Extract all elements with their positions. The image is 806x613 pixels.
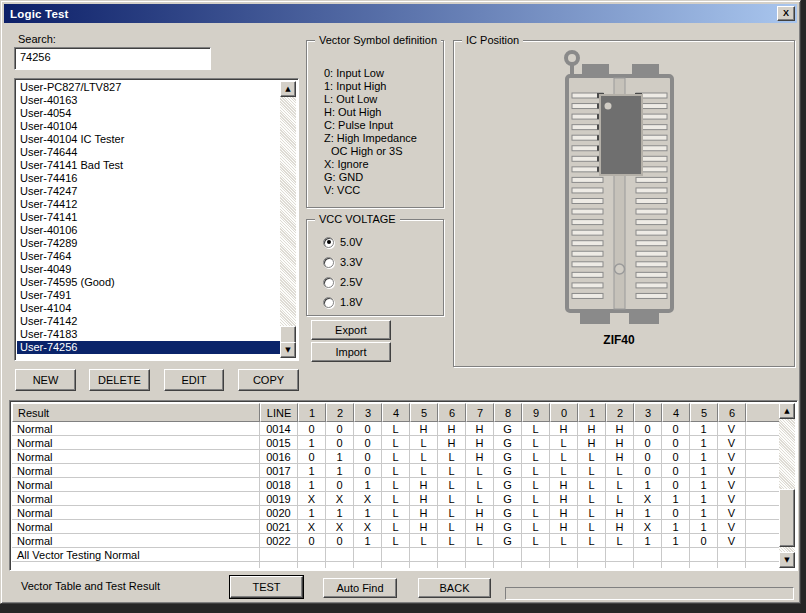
cell-pin-value: 1 (326, 464, 354, 478)
cell-pin-value: H (550, 422, 578, 436)
cell-line: 0020 (260, 506, 298, 520)
column-header-pin[interactable]: 3 (354, 403, 382, 422)
table-row[interactable]: Normal0018101LHLLGLHLL101V (12, 478, 779, 492)
cell-pin-value (578, 562, 606, 568)
list-item[interactable]: User-74256 (17, 341, 280, 354)
list-item[interactable]: User-4054 (17, 107, 280, 120)
cell-line (260, 548, 298, 562)
copy-button[interactable]: COPY (238, 369, 299, 391)
table-row[interactable]: Normal0014000LHHHGLHHH001V (12, 422, 779, 436)
new-button[interactable]: NEW (15, 369, 76, 391)
cell-pin-value: 0 (326, 534, 354, 548)
column-header-pin[interactable]: 1 (298, 403, 326, 422)
cell-pin-value: L (466, 464, 494, 478)
auto-find-button[interactable]: Auto Find (323, 578, 397, 598)
cell-result: Normal (12, 436, 260, 450)
cell-pin-value (382, 548, 410, 562)
column-header-pin[interactable]: 4 (662, 403, 690, 422)
table-row[interactable]: Normal0017110LLLLGLLLL001V (12, 464, 779, 478)
column-header-pin[interactable]: 5 (410, 403, 438, 422)
cell-pin-value: V (718, 422, 746, 436)
edit-button[interactable]: EDIT (164, 369, 224, 391)
cell-pin-value: 0 (326, 436, 354, 450)
column-header-pin[interactable]: 3 (634, 403, 662, 422)
column-header-result[interactable]: Result (12, 403, 260, 422)
column-header-pin[interactable]: 8 (494, 403, 522, 422)
list-item[interactable]: User-40163 (17, 94, 280, 107)
vector-symbol-line: L: Out Low (307, 93, 443, 106)
list-item[interactable]: User-74416 (17, 172, 280, 185)
list-item[interactable]: User-74141 (17, 211, 280, 224)
column-header-pin[interactable]: 5 (690, 403, 718, 422)
delete-button[interactable]: DELETE (89, 369, 150, 391)
column-header-pin[interactable]: 4 (382, 403, 410, 422)
device-listbox[interactable]: User-PC827/LTV827User-40163User-4054User… (14, 78, 299, 361)
list-item[interactable]: User-4049 (17, 263, 280, 276)
title-bar[interactable]: Logic Test X (4, 4, 797, 23)
back-button[interactable]: BACK (418, 578, 491, 598)
table-row[interactable]: Normal0022001LLLLGLLLL110V (12, 534, 779, 548)
import-button[interactable]: Import (311, 342, 391, 362)
list-item[interactable]: User-74247 (17, 185, 280, 198)
list-item[interactable]: User-74142 (17, 315, 280, 328)
table-row[interactable]: Normal0019XXXLHLLGLHLLX11V (12, 492, 779, 506)
list-item[interactable]: User-7491 (17, 289, 280, 302)
table-scroll-up-icon[interactable]: ▲ (779, 403, 795, 419)
column-header-pin[interactable]: 9 (522, 403, 550, 422)
table-row[interactable]: Normal0021XXXLHLHGLHLHX11V (12, 520, 779, 534)
table-row[interactable]: Normal0015100LLHHGLLHH001V (12, 436, 779, 450)
column-header-pin[interactable]: 0 (550, 403, 578, 422)
list-item[interactable]: User-74183 (17, 328, 280, 341)
table-row[interactable]: Normal0020111LHLHGLHLH101V (12, 506, 779, 520)
table-row[interactable]: Normal0016010LLLHGLLLH001V (12, 450, 779, 464)
list-item[interactable]: User-7464 (17, 250, 280, 263)
list-item[interactable]: User-74644 (17, 146, 280, 159)
table-row[interactable] (12, 562, 779, 568)
vcc-option-2.5V[interactable]: 2.5V (307, 272, 443, 292)
column-header-pin[interactable]: 2 (606, 403, 634, 422)
radio-icon[interactable] (323, 297, 334, 308)
column-header-pin[interactable]: 6 (438, 403, 466, 422)
list-item[interactable]: User-74289 (17, 237, 280, 250)
radio-icon[interactable] (323, 237, 334, 248)
vcc-option-5.0V[interactable]: 5.0V (307, 232, 443, 252)
cell-pin-value: 0 (662, 436, 690, 450)
scroll-down-icon[interactable]: ▼ (280, 342, 296, 358)
table-scroll-down-icon[interactable]: ▼ (779, 552, 795, 568)
device-list-items: User-PC827/LTV827User-40163User-4054User… (17, 81, 280, 358)
table-summary-row[interactable]: All Vector Testing Normal (12, 548, 779, 562)
list-item[interactable]: User-40104 (17, 120, 280, 133)
vcc-option-1.8V[interactable]: 1.8V (307, 292, 443, 312)
list-item[interactable]: User-74141 Bad Test (17, 159, 280, 172)
column-header-pin[interactable]: 6 (718, 403, 746, 422)
list-scrollbar[interactable]: ▲ ▼ (280, 81, 296, 358)
search-input[interactable]: 74256 (14, 47, 211, 70)
radio-icon[interactable] (323, 277, 334, 288)
export-button[interactable]: Export (311, 320, 391, 340)
test-button[interactable]: TEST (230, 576, 303, 598)
column-header-pin[interactable]: 1 (578, 403, 606, 422)
cell-filler (746, 478, 779, 492)
cell-pin-value: 0 (634, 436, 662, 450)
close-icon[interactable]: X (777, 6, 795, 21)
list-item[interactable]: User-74595 (Good) (17, 276, 280, 289)
column-header-pin[interactable]: 7 (466, 403, 494, 422)
list-item[interactable]: User-74412 (17, 198, 280, 211)
cell-pin-value: L (382, 534, 410, 548)
table-scrollbar[interactable]: ▲ ▼ (779, 403, 795, 568)
table-scroll-thumb[interactable] (779, 489, 795, 547)
list-item[interactable]: User-4104 (17, 302, 280, 315)
list-item[interactable]: User-PC827/LTV827 (17, 81, 280, 94)
column-header-pin[interactable]: 2 (326, 403, 354, 422)
vcc-option-3.3V[interactable]: 3.3V (307, 252, 443, 272)
list-item[interactable]: User-40106 (17, 224, 280, 237)
cell-pin-value: G (494, 464, 522, 478)
socket-lever-icon (566, 52, 578, 64)
list-item[interactable]: User-40104 IC Tester (17, 133, 280, 146)
scroll-up-icon[interactable]: ▲ (280, 81, 296, 97)
cell-line: 0015 (260, 436, 298, 450)
cell-line (260, 562, 298, 568)
radio-icon[interactable] (323, 257, 334, 268)
column-header-line[interactable]: LINE (260, 403, 298, 422)
vector-symbol-line: 1: Input High (307, 80, 443, 93)
